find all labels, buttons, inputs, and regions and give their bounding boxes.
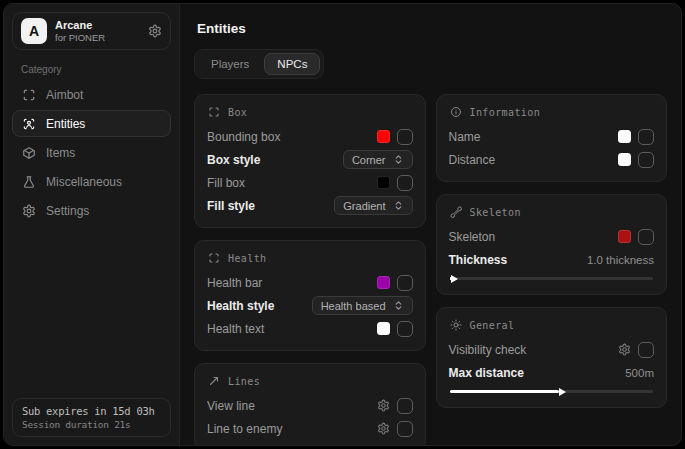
- color-swatch[interactable]: [618, 130, 631, 143]
- chevrons-up-down-icon: [393, 154, 404, 165]
- sidebar-item-label: Items: [46, 146, 75, 160]
- bounding-box-checkbox[interactable]: [397, 129, 413, 145]
- target-tabs: Players NPCs: [194, 49, 324, 79]
- sidebar-item-aimbot[interactable]: Aimbot: [12, 81, 171, 108]
- setting-row-visibility-check: Visibility check: [449, 338, 655, 361]
- user-scan-icon: [22, 117, 36, 131]
- setting-label: Thickness: [449, 253, 587, 267]
- card-title: Lines: [228, 376, 260, 387]
- scan-icon: [208, 252, 220, 264]
- card-health: Health Health bar Health style Health ba…: [194, 240, 426, 351]
- visibility-check-checkbox[interactable]: [638, 342, 654, 358]
- color-swatch[interactable]: [377, 276, 390, 289]
- sidebar-item-label: Settings: [46, 204, 89, 218]
- setting-row-box-style: Box style Corner: [207, 148, 413, 171]
- setting-row-fill-box: Fill box: [207, 171, 413, 194]
- card-general: General Visibility check Max distance 50…: [436, 307, 668, 408]
- setting-row-skeleton: Skeleton: [449, 225, 655, 248]
- view-line-checkbox[interactable]: [397, 398, 413, 414]
- max-distance-value: 500m: [625, 367, 654, 379]
- setting-row-fill-style: Fill style Gradient: [207, 194, 413, 217]
- fill-box-checkbox[interactable]: [397, 175, 413, 191]
- thickness-value: 1.0 thickness: [587, 254, 654, 266]
- scan-icon: [208, 106, 220, 118]
- info-icon: [450, 106, 462, 118]
- slider-handle[interactable]: [451, 275, 458, 283]
- skeleton-checkbox[interactable]: [638, 229, 654, 245]
- color-swatch[interactable]: [377, 130, 390, 143]
- fill-style-select[interactable]: Gradient: [334, 196, 412, 215]
- thickness-slider[interactable]: [450, 277, 654, 280]
- main-content: Entities Players NPCs Box Bounding box: [180, 4, 681, 445]
- card-title: Skeleton: [470, 207, 521, 218]
- color-swatch[interactable]: [618, 230, 631, 243]
- setting-label: Visibility check: [449, 343, 619, 357]
- setting-label: Distance: [449, 153, 619, 167]
- card-title: Box: [228, 107, 247, 118]
- sidebar-item-entities[interactable]: Entities: [12, 110, 171, 137]
- setting-label: Health style: [207, 299, 312, 313]
- color-swatch[interactable]: [377, 176, 390, 189]
- app-logo: A: [21, 18, 47, 44]
- view-line-settings-gear-icon[interactable]: [377, 399, 390, 412]
- tab-players[interactable]: Players: [198, 53, 262, 75]
- setting-row-bounding-box: Bounding box: [207, 125, 413, 148]
- flask-icon: [22, 175, 36, 189]
- cube-icon: [22, 146, 36, 160]
- setting-label: Skeleton: [449, 230, 619, 244]
- sidebar-item-items[interactable]: Items: [12, 139, 171, 166]
- setting-row-name: Name: [449, 125, 655, 148]
- category-label: Category: [21, 64, 171, 75]
- tab-npcs[interactable]: NPCs: [264, 53, 320, 75]
- slider-handle[interactable]: [559, 388, 566, 396]
- card-title: Health: [228, 253, 267, 264]
- setting-row-view-line: View line: [207, 394, 413, 417]
- sidebar-item-settings[interactable]: Settings: [12, 197, 171, 224]
- sun-icon: [450, 319, 462, 331]
- app-window: A Arcane for PIONER Category Aimbot Enti…: [3, 3, 682, 446]
- setting-label: Line to enemy: [207, 422, 377, 436]
- setting-label: View line: [207, 399, 377, 413]
- session-duration-text: Session duration 21s: [22, 419, 161, 430]
- setting-label: Fill style: [207, 199, 334, 213]
- box-style-select[interactable]: Corner: [343, 150, 413, 169]
- subscription-info: Sub expires in 15d 03h Session duration …: [12, 398, 171, 437]
- header-gear-icon[interactable]: [148, 24, 162, 38]
- distance-checkbox[interactable]: [638, 152, 654, 168]
- line-to-enemy-settings-gear-icon[interactable]: [377, 422, 390, 435]
- setting-label: Fill box: [207, 176, 377, 190]
- color-swatch[interactable]: [377, 322, 390, 335]
- page-title: Entities: [197, 21, 667, 36]
- health-style-select[interactable]: Health based: [312, 296, 413, 315]
- name-checkbox[interactable]: [638, 129, 654, 145]
- setting-row-thickness: Thickness 1.0 thickness: [449, 248, 655, 271]
- sub-expiry-text: Sub expires in 15d 03h: [22, 405, 161, 417]
- health-text-checkbox[interactable]: [397, 321, 413, 337]
- health-bar-checkbox[interactable]: [397, 275, 413, 291]
- crosshair-icon: [22, 88, 36, 102]
- card-information: Information Name Distance: [436, 94, 668, 182]
- sidebar-item-miscellaneous[interactable]: Miscellaneous: [12, 168, 171, 195]
- setting-label: Health text: [207, 322, 377, 336]
- visibility-settings-gear-icon[interactable]: [618, 343, 631, 356]
- setting-row-distance: Distance: [449, 148, 655, 171]
- sidebar-item-label: Aimbot: [46, 88, 83, 102]
- card-lines: Lines View line Line to enemy: [194, 363, 426, 445]
- color-swatch[interactable]: [618, 153, 631, 166]
- setting-row-health-bar: Health bar: [207, 271, 413, 294]
- sidebar-item-label: Miscellaneous: [46, 175, 122, 189]
- app-subtitle: for PIONER: [55, 32, 105, 43]
- sidebar-item-label: Entities: [46, 117, 85, 131]
- setting-label: Box style: [207, 153, 343, 167]
- setting-label: Health bar: [207, 276, 377, 290]
- app-name: Arcane: [55, 19, 105, 32]
- setting-label: Bounding box: [207, 130, 377, 144]
- bone-icon: [450, 206, 462, 218]
- sidebar: A Arcane for PIONER Category Aimbot Enti…: [4, 4, 180, 445]
- line-to-enemy-checkbox[interactable]: [397, 421, 413, 437]
- sidebar-nav: Aimbot Entities Items Miscellaneous Sett…: [12, 81, 171, 224]
- setting-row-health-style: Health style Health based: [207, 294, 413, 317]
- max-distance-slider[interactable]: [450, 390, 654, 393]
- card-skeleton: Skeleton Skeleton Thickness 1.0 thicknes…: [436, 194, 668, 295]
- setting-label: Max distance: [449, 366, 626, 380]
